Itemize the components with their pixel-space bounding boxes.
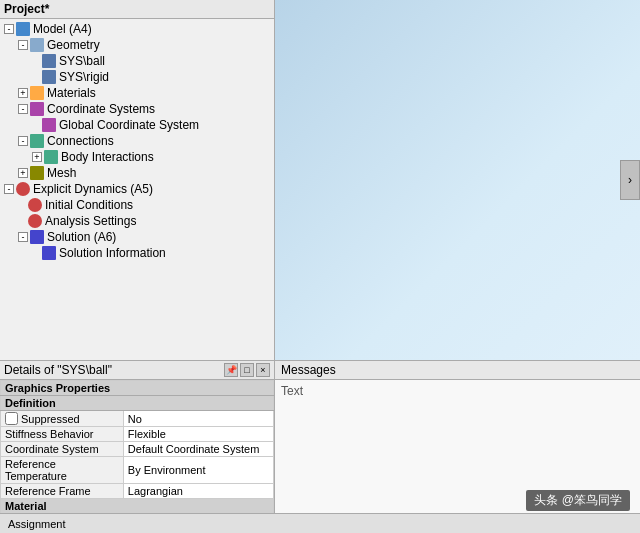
collapse-btn-model[interactable]: - <box>4 24 14 34</box>
property-label: Reference Frame <box>1 484 124 499</box>
sys-icon <box>42 54 56 68</box>
tree-item-label-mesh: Mesh <box>47 166 76 180</box>
details-panel-title: Details of "SYS\ball" <box>4 363 112 377</box>
property-label: Coordinate System <box>1 442 124 457</box>
tree-item-label-initial_cond: Initial Conditions <box>45 198 133 212</box>
collapse-btn-materials[interactable]: + <box>18 88 28 98</box>
tree-item-global_coord[interactable]: Global Coordinate System <box>0 117 274 133</box>
section-header-graphics-properties: Graphics Properties <box>1 381 274 396</box>
tree-item-body_interactions[interactable]: +Body Interactions <box>0 149 274 165</box>
section-header-definition: Definition <box>1 396 274 411</box>
tree-item-label-materials: Materials <box>47 86 96 100</box>
tree-item-label-sysrigid: SYS\rigid <box>59 70 109 84</box>
table-row: Reference FrameLagrangian <box>1 484 274 499</box>
collapse-btn-coord[interactable]: - <box>18 104 28 114</box>
tree-item-label-sysball: SYS\ball <box>59 54 105 68</box>
solution-icon <box>42 246 56 260</box>
tree-item-explicit[interactable]: -Explicit Dynamics (A5) <box>0 181 274 197</box>
property-value[interactable]: No <box>123 411 273 427</box>
status-bar: Assignment <box>0 513 640 533</box>
tree-item-mesh[interactable]: +Mesh <box>0 165 274 181</box>
mat-icon <box>30 86 44 100</box>
tree-item-label-analysis_settings: Analysis Settings <box>45 214 136 228</box>
collapse-btn-body_interactions[interactable]: + <box>32 152 42 162</box>
collapse-btn-connections[interactable]: - <box>18 136 28 146</box>
collapse-btn-geometry[interactable]: - <box>18 40 28 50</box>
property-label: Reference Temperature <box>1 457 124 484</box>
details-header-controls: 📌 □ × <box>224 363 270 377</box>
property-value[interactable]: Flexible <box>123 427 273 442</box>
tree-item-connections[interactable]: -Connections <box>0 133 274 149</box>
chevron-right-icon: › <box>628 173 632 187</box>
geo-icon <box>30 38 44 52</box>
top-area: Project* -Model (A4)-GeometrySYS\ballSYS… <box>0 0 640 360</box>
tree-item-coord[interactable]: -Coordinate Systems <box>0 101 274 117</box>
explicit-icon <box>28 214 42 228</box>
messages-text-label: Text <box>281 384 303 398</box>
messages-header: Messages <box>275 361 640 380</box>
explicit-icon <box>16 182 30 196</box>
project-tree: Project* -Model (A4)-GeometrySYS\ballSYS… <box>0 0 275 360</box>
tree-item-sysrigid[interactable]: SYS\rigid <box>0 69 274 85</box>
tree-item-materials[interactable]: +Materials <box>0 85 274 101</box>
collapse-btn-mesh[interactable]: + <box>18 168 28 178</box>
tree-item-label-coord: Coordinate Systems <box>47 102 155 116</box>
tree-title: Project* <box>0 0 274 19</box>
tree-item-label-model: Model (A4) <box>33 22 92 36</box>
table-row: Stiffness BehaviorFlexible <box>1 427 274 442</box>
tree-item-geometry[interactable]: -Geometry <box>0 37 274 53</box>
close-button[interactable]: × <box>256 363 270 377</box>
sys-icon <box>42 70 56 84</box>
tree-item-solution[interactable]: -Solution (A6) <box>0 229 274 245</box>
property-value[interactable]: Lagrangian <box>123 484 273 499</box>
tree-item-analysis_settings[interactable]: Analysis Settings <box>0 213 274 229</box>
model-icon <box>16 22 30 36</box>
suppressed-checkbox[interactable] <box>5 412 18 425</box>
property-label: Suppressed <box>1 411 124 427</box>
collapse-btn-solution[interactable]: - <box>18 232 28 242</box>
solution-icon <box>30 230 44 244</box>
property-label: Stiffness Behavior <box>1 427 124 442</box>
pin-button[interactable]: 📌 <box>224 363 238 377</box>
tree-item-label-explicit: Explicit Dynamics (A5) <box>33 182 153 196</box>
label-text: Suppressed <box>21 413 80 425</box>
tree-item-solution_info[interactable]: Solution Information <box>0 245 274 261</box>
table-row: Coordinate SystemDefault Coordinate Syst… <box>1 442 274 457</box>
viewport-scroll-arrow[interactable]: › <box>620 160 640 200</box>
coord-icon <box>30 102 44 116</box>
details-panel: Details of "SYS\ball" 📌 □ × Graphics Pro… <box>0 361 275 533</box>
conn-icon <box>44 150 58 164</box>
property-value[interactable]: Default Coordinate System <box>123 442 273 457</box>
mesh-icon <box>30 166 44 180</box>
tree-item-label-solution: Solution (A6) <box>47 230 116 244</box>
tree-item-model[interactable]: -Model (A4) <box>0 21 274 37</box>
coord-icon <box>42 118 56 132</box>
tree-item-label-global_coord: Global Coordinate System <box>59 118 199 132</box>
table-row: SuppressedNo <box>1 411 274 427</box>
tree-item-initial_cond[interactable]: Initial Conditions <box>0 197 274 213</box>
conn-icon <box>30 134 44 148</box>
section-header-material: Material <box>1 499 274 514</box>
details-header: Details of "SYS\ball" 📌 □ × <box>0 361 274 380</box>
collapse-btn-explicit[interactable]: - <box>4 184 14 194</box>
tree-content: -Model (A4)-GeometrySYS\ballSYS\rigid+Ma… <box>0 19 274 263</box>
tree-item-label-body_interactions: Body Interactions <box>61 150 154 164</box>
tree-item-label-connections: Connections <box>47 134 114 148</box>
viewport: › <box>275 0 640 360</box>
details-table: Graphics PropertiesDefinition Suppressed… <box>0 380 274 533</box>
tree-item-label-solution_info: Solution Information <box>59 246 166 260</box>
tree-item-sysball[interactable]: SYS\ball <box>0 53 274 69</box>
property-value[interactable]: By Environment <box>123 457 273 484</box>
tree-item-label-geometry: Geometry <box>47 38 100 52</box>
status-assignment-label: Assignment <box>8 518 65 530</box>
explicit-icon <box>28 198 42 212</box>
watermark: 头条 @笨鸟同学 <box>526 490 630 511</box>
table-row: Reference TemperatureBy Environment <box>1 457 274 484</box>
maximize-button[interactable]: □ <box>240 363 254 377</box>
